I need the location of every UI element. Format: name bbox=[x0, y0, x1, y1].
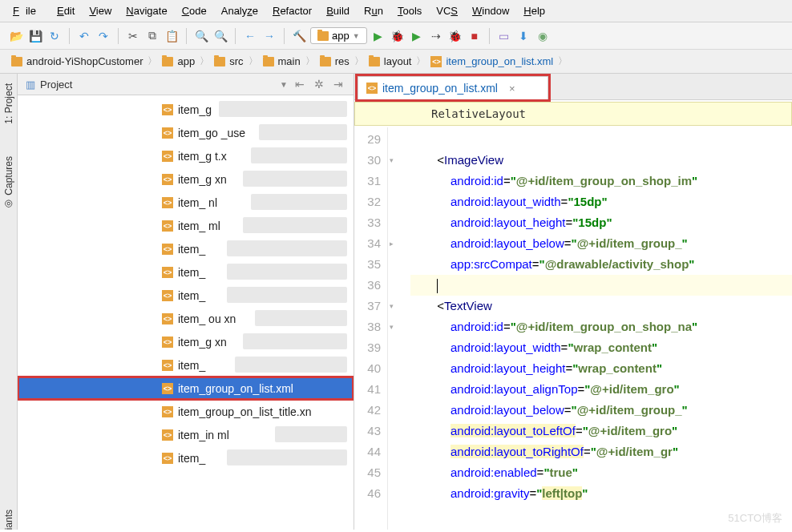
debug-icon[interactable]: 🐞 bbox=[390, 28, 406, 44]
tree-file-item[interactable]: <>item_group_on_list_title.xn bbox=[18, 400, 354, 423]
debug2-icon[interactable]: 🐞 bbox=[447, 28, 463, 44]
menu-refactor[interactable]: Refactor bbox=[266, 2, 318, 19]
tree-file-item[interactable]: <>item_in ml bbox=[18, 423, 354, 446]
tree-file-item[interactable]: <>item_ bbox=[18, 260, 354, 284]
hide-icon[interactable]: ⇥ bbox=[331, 78, 345, 91]
tool-window-rail: 1: Project ◎ Captures iants bbox=[0, 74, 18, 530]
menu-window[interactable]: Window bbox=[466, 2, 515, 19]
menu-analyze[interactable]: Analyze bbox=[215, 2, 265, 19]
menu-code[interactable]: Code bbox=[176, 2, 213, 19]
tree-file-item[interactable]: <>item_g t.x bbox=[18, 144, 354, 167]
breadcrumb-main[interactable]: main bbox=[257, 53, 307, 70]
menu-tools[interactable]: Tools bbox=[391, 2, 428, 19]
profile-icon[interactable]: ▶ bbox=[409, 28, 425, 44]
tree-file-item[interactable]: <>item_g xn bbox=[18, 330, 354, 353]
menu-vcs[interactable]: VCS bbox=[430, 2, 464, 19]
rail-variants[interactable]: iants bbox=[3, 510, 14, 530]
open-icon[interactable]: 📂 bbox=[8, 28, 24, 44]
xml-file-icon: <> bbox=[162, 220, 173, 232]
folder-icon bbox=[320, 57, 331, 66]
xml-file-icon: <> bbox=[162, 360, 173, 371]
menu-run[interactable]: Run bbox=[358, 2, 390, 19]
project-view-icon: ▥ bbox=[26, 79, 35, 91]
menu-help[interactable]: Help bbox=[517, 2, 552, 19]
sync2-icon[interactable]: ◉ bbox=[535, 28, 551, 44]
tree-file-item[interactable]: <>item_ bbox=[18, 446, 354, 470]
view-mode-dropdown[interactable]: ▼ bbox=[280, 80, 288, 89]
forward-icon[interactable]: → bbox=[261, 28, 277, 44]
tree-file-item[interactable]: <>item_g xn bbox=[18, 167, 354, 191]
breadcrumb-layout[interactable]: layout bbox=[362, 53, 418, 70]
breadcrumb-root[interactable]: android-YiShopCustomer bbox=[5, 53, 149, 70]
tree-file-item[interactable]: <>item_ bbox=[18, 237, 354, 260]
editor-tab-active[interactable]: <> item_group_on_list.xml × bbox=[358, 76, 548, 99]
settings-icon[interactable]: ✲ bbox=[312, 78, 326, 91]
xml-file-icon: <> bbox=[162, 429, 173, 441]
xml-file-icon: <> bbox=[162, 127, 173, 139]
xml-file-icon: <> bbox=[162, 197, 173, 208]
xml-file-icon: <> bbox=[430, 56, 442, 67]
xml-file-icon: <> bbox=[162, 290, 173, 301]
tree-file-item[interactable]: <>item_go _use bbox=[18, 121, 354, 144]
run-config-label: app bbox=[332, 30, 350, 42]
sync-icon[interactable]: ↻ bbox=[46, 28, 63, 44]
project-tool-window: ▥ Project ▼ ⇤ ✲ ⇥ <>item_g<>item_go _use… bbox=[18, 74, 354, 530]
folder-icon bbox=[214, 57, 225, 66]
folder-icon bbox=[162, 57, 173, 66]
tree-file-item[interactable]: <>item_ bbox=[18, 353, 354, 377]
module-icon bbox=[317, 31, 329, 41]
avd-icon[interactable]: ▭ bbox=[496, 28, 512, 44]
build-icon[interactable]: 🔨 bbox=[291, 28, 307, 44]
line-gutter: 293031323334353637383940414243444546 bbox=[354, 127, 388, 530]
breadcrumb-app[interactable]: app bbox=[156, 53, 201, 70]
breadcrumb-res[interactable]: res bbox=[313, 53, 356, 70]
copy-icon[interactable]: ⧉ bbox=[144, 28, 160, 44]
rail-captures[interactable]: ◎ Captures bbox=[3, 156, 14, 210]
redo-icon[interactable]: ↷ bbox=[95, 28, 111, 44]
editor-tabs: <> item_group_on_list.xml × bbox=[354, 74, 792, 100]
save-icon[interactable]: 💾 bbox=[27, 28, 43, 44]
run-config-selector[interactable]: app ▼ bbox=[310, 27, 367, 44]
menu-file[interactable]: File bbox=[6, 2, 49, 19]
xml-file-icon: <> bbox=[366, 83, 378, 94]
xml-file-icon: <> bbox=[162, 406, 173, 417]
editor-breadcrumb[interactable]: RelativeLayout bbox=[354, 102, 792, 126]
paste-icon[interactable]: 📋 bbox=[164, 28, 180, 44]
tree-file-item[interactable]: <>item_ bbox=[18, 284, 354, 307]
replace-icon[interactable]: 🔍 bbox=[212, 28, 228, 44]
code-editor[interactable]: 293031323334353637383940414243444546 ▾ ▸… bbox=[354, 127, 792, 530]
cut-icon[interactable]: ✂ bbox=[125, 28, 141, 44]
stop-icon[interactable]: ■ bbox=[467, 28, 483, 44]
find-icon[interactable]: 🔍 bbox=[193, 28, 209, 44]
menu-navigate[interactable]: Navigate bbox=[119, 2, 173, 19]
undo-icon[interactable]: ↶ bbox=[76, 28, 92, 44]
menu-bar: File Edit View Navigate Code Analyze Ref… bbox=[0, 0, 792, 22]
tree-file-item[interactable]: <>item_g bbox=[18, 98, 354, 121]
tree-file-item[interactable]: <>item_group_on_list.xml bbox=[18, 377, 354, 400]
folder-icon bbox=[11, 57, 22, 66]
run-icon[interactable]: ▶ bbox=[370, 28, 386, 44]
menu-build[interactable]: Build bbox=[320, 2, 356, 19]
collapse-icon[interactable]: ⇤ bbox=[293, 78, 307, 91]
menu-view[interactable]: View bbox=[83, 2, 118, 19]
fold-column[interactable]: ▾ ▸ ▾ ▾ bbox=[388, 127, 404, 530]
project-panel-header: ▥ Project ▼ ⇤ ✲ ⇥ bbox=[18, 74, 354, 95]
code-content[interactable]: <ImageView android:id="@+id/item_group_o… bbox=[404, 127, 792, 530]
tree-file-item[interactable]: <>item_ ml bbox=[18, 214, 354, 237]
breadcrumb-src[interactable]: src bbox=[208, 53, 249, 70]
xml-file-icon: <> bbox=[162, 267, 173, 278]
navigation-breadcrumb: android-YiShopCustomer〉 app〉 src〉 main〉 … bbox=[0, 50, 792, 74]
tree-file-item[interactable]: <>item_ nl bbox=[18, 191, 354, 214]
xml-file-icon: <> bbox=[162, 383, 173, 394]
tree-file-item[interactable]: <>item_ ou xn bbox=[18, 307, 354, 330]
sdk-icon[interactable]: ⬇ bbox=[515, 28, 531, 44]
breadcrumb-file[interactable]: <>item_group_on_list.xml bbox=[424, 53, 560, 70]
back-icon[interactable]: ← bbox=[242, 28, 258, 44]
close-tab-icon[interactable]: × bbox=[509, 83, 515, 95]
project-tree[interactable]: <>item_g<>item_go _use<>item_g t.x<>item… bbox=[18, 95, 354, 530]
attach-icon[interactable]: ⇢ bbox=[428, 28, 444, 44]
folder-icon bbox=[263, 57, 274, 66]
rail-project[interactable]: 1: Project bbox=[3, 83, 14, 124]
main-toolbar: 📂 💾 ↻ ↶ ↷ ✂ ⧉ 📋 🔍 🔍 ← → 🔨 app ▼ ▶ 🐞 ▶ ⇢ … bbox=[0, 22, 792, 50]
menu-edit[interactable]: Edit bbox=[51, 2, 81, 19]
